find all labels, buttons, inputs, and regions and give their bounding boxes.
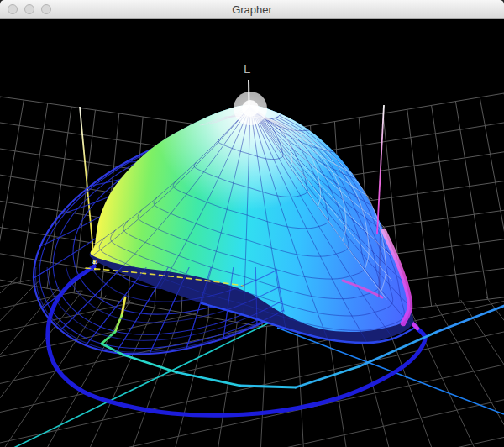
window-title: Grapher — [232, 3, 272, 16]
minimize-button[interactable] — [24, 4, 34, 14]
floor-axes — [0, 302, 504, 447]
traffic-lights — [8, 0, 51, 18]
gamut-3d-view[interactable]: L a — [0, 19, 504, 447]
grapher-window: Grapher — [0, 0, 504, 447]
plot-area: L a — [0, 19, 504, 447]
pink-axis-line-layer — [377, 105, 384, 234]
title-bar[interactable]: Grapher — [0, 0, 504, 19]
solid-gamut-surface — [86, 105, 413, 343]
close-button[interactable] — [8, 4, 18, 14]
l-axis-label: L — [244, 61, 250, 76]
a-axis-label: a — [92, 257, 97, 266]
zoom-button[interactable] — [41, 4, 51, 14]
